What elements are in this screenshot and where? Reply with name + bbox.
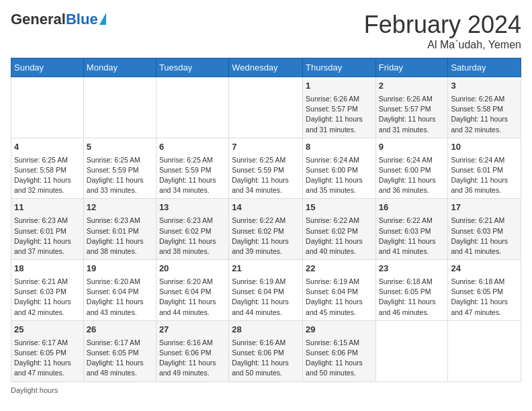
calendar-cell: 18Sunrise: 6:21 AMSunset: 6:03 PMDayligh… [11,260,84,321]
sunrise-text: Sunrise: 6:15 AM [306,338,359,347]
day-number: 20 [159,263,226,275]
day-number: 16 [379,201,445,214]
calendar-cell: 16Sunrise: 6:22 AMSunset: 6:03 PMDayligh… [375,199,448,260]
sunrise-text: Sunrise: 6:20 AM [87,277,140,285]
sunset-text: Sunset: 6:02 PM [159,227,212,235]
sunrise-text: Sunrise: 6:22 AM [379,216,433,224]
title-block: February 2024 Al Ma`udah, Yemen [364,11,521,51]
sunrise-text: Sunrise: 6:21 AM [14,277,68,285]
daylight-text: Daylight: 11 hours and 44 minutes. [159,298,216,316]
weekday-header: Thursday [303,58,376,77]
sunset-text: Sunset: 6:02 PM [306,227,358,235]
calendar-cell: 8Sunrise: 6:24 AMSunset: 6:00 PMDaylight… [303,138,376,199]
daylight-text: Daylight: 11 hours and 46 minutes. [379,298,436,316]
weekday-header: Sunday [11,58,84,77]
sunset-text: Sunset: 6:01 PM [87,227,139,235]
calendar-cell: 13Sunrise: 6:23 AMSunset: 6:02 PMDayligh… [156,199,228,260]
day-number: 27 [159,324,226,336]
sunset-text: Sunset: 6:04 PM [87,287,139,295]
calendar-cell: 24Sunrise: 6:18 AMSunset: 6:05 PMDayligh… [448,260,521,321]
calendar-cell: 29Sunrise: 6:15 AMSunset: 6:06 PMDayligh… [303,320,376,381]
daylight-text: Daylight: 11 hours and 32 minutes. [451,115,508,133]
day-number: 28 [232,324,300,336]
calendar-cell: 26Sunrise: 6:17 AMSunset: 6:05 PMDayligh… [83,320,156,381]
calendar-cell: 1Sunrise: 6:26 AMSunset: 5:57 PMDaylight… [303,77,376,138]
weekday-header: Monday [83,58,156,77]
calendar-cell: 4Sunrise: 6:25 AMSunset: 5:58 PMDaylight… [11,138,84,199]
calendar-cell [448,320,521,381]
day-number: 26 [87,324,153,336]
day-number: 11 [14,201,81,214]
sunset-text: Sunset: 5:58 PM [451,105,503,113]
sunrise-text: Sunrise: 6:25 AM [159,156,213,164]
day-number: 8 [306,141,373,154]
daylight-text: Daylight: 11 hours and 48 minutes. [87,359,144,377]
daylight-text: Daylight: 11 hours and 31 minutes. [379,115,436,133]
daylight-text: Daylight: 11 hours and 33 minutes. [87,176,144,194]
sunrise-text: Sunrise: 6:26 AM [451,95,504,103]
day-number: 6 [159,141,226,154]
daylight-text: Daylight: 11 hours and 49 minutes. [159,359,216,377]
sunset-text: Sunset: 6:02 PM [232,227,284,235]
calendar-cell: 2Sunrise: 6:26 AMSunset: 5:57 PMDaylight… [375,77,448,138]
sunrise-text: Sunrise: 6:22 AM [232,216,285,224]
sunset-text: Sunset: 5:57 PM [306,105,358,113]
daylight-text: Daylight: 11 hours and 36 minutes. [379,176,436,194]
sunset-text: Sunset: 6:05 PM [379,287,431,295]
daylight-text: Daylight: 11 hours and 31 minutes. [306,115,363,133]
logo-general-text: General [11,11,66,28]
weekday-header: Friday [375,58,448,77]
calendar-cell [229,77,303,138]
sunrise-text: Sunrise: 6:24 AM [306,156,359,164]
sunset-text: Sunset: 6:03 PM [14,287,66,295]
calendar-cell: 15Sunrise: 6:22 AMSunset: 6:02 PMDayligh… [303,199,376,260]
weekday-header: Tuesday [156,58,228,77]
sunrise-text: Sunrise: 6:23 AM [159,216,213,224]
logo-icon [99,13,106,25]
calendar-cell: 11Sunrise: 6:23 AMSunset: 6:01 PMDayligh… [11,199,84,260]
day-number: 9 [379,141,445,154]
daylight-text: Daylight: 11 hours and 37 minutes. [14,237,71,255]
sunset-text: Sunset: 6:04 PM [232,287,284,295]
day-number: 15 [306,201,373,214]
calendar-cell: 20Sunrise: 6:20 AMSunset: 6:04 PMDayligh… [156,260,228,321]
sunset-text: Sunset: 6:05 PM [451,287,503,295]
sunset-text: Sunset: 6:01 PM [14,227,66,235]
sunset-text: Sunset: 6:00 PM [306,166,358,174]
calendar-cell: 14Sunrise: 6:22 AMSunset: 6:02 PMDayligh… [229,199,303,260]
day-number: 29 [306,324,373,336]
day-number: 4 [14,141,81,154]
calendar-week-row: 1Sunrise: 6:26 AMSunset: 5:57 PMDaylight… [11,77,521,138]
calendar-cell: 12Sunrise: 6:23 AMSunset: 6:01 PMDayligh… [83,199,156,260]
sunset-text: Sunset: 6:06 PM [232,349,284,357]
sunset-text: Sunset: 5:58 PM [14,166,66,174]
daylight-text: Daylight: 11 hours and 34 minutes. [232,176,289,194]
sunset-text: Sunset: 6:04 PM [159,287,212,295]
day-number: 5 [87,141,153,154]
sunrise-text: Sunrise: 6:23 AM [14,216,68,224]
sunrise-text: Sunrise: 6:24 AM [451,156,504,164]
sunset-text: Sunset: 5:57 PM [379,105,431,113]
calendar-cell [156,77,228,138]
calendar-cell: 22Sunrise: 6:19 AMSunset: 6:04 PMDayligh… [303,260,376,321]
sunrise-text: Sunrise: 6:26 AM [306,95,359,103]
day-number: 23 [379,263,445,275]
sunset-text: Sunset: 6:06 PM [159,349,212,357]
calendar-cell: 7Sunrise: 6:25 AMSunset: 5:59 PMDaylight… [229,138,303,199]
daylight-text: Daylight: 11 hours and 43 minutes. [87,298,144,316]
weekday-header: Saturday [448,58,521,77]
daylight-text: Daylight: 11 hours and 35 minutes. [306,176,363,194]
day-number: 2 [379,80,445,93]
calendar-week-row: 4Sunrise: 6:25 AMSunset: 5:58 PMDaylight… [11,138,521,199]
footer: Daylight hours [11,386,521,394]
calendar-cell: 25Sunrise: 6:17 AMSunset: 6:05 PMDayligh… [11,320,84,381]
day-number: 25 [14,324,81,336]
sunset-text: Sunset: 6:03 PM [379,227,431,235]
logo: General Blue [11,11,106,28]
day-number: 22 [306,263,373,275]
calendar-cell: 5Sunrise: 6:25 AMSunset: 5:59 PMDaylight… [83,138,156,199]
daylight-text: Daylight: 11 hours and 39 minutes. [232,237,289,255]
calendar-cell: 28Sunrise: 6:16 AMSunset: 6:06 PMDayligh… [229,320,303,381]
calendar-cell: 21Sunrise: 6:19 AMSunset: 6:04 PMDayligh… [229,260,303,321]
sunrise-text: Sunrise: 6:19 AM [232,277,285,285]
